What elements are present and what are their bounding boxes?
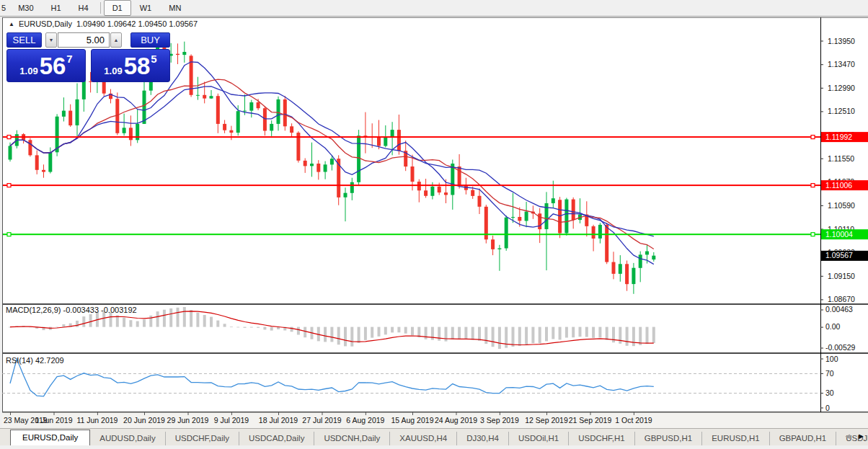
timeframe-w1-button[interactable]: W1	[131, 0, 161, 16]
candle	[511, 217, 515, 218]
price-tick-label: 1.11550	[828, 154, 854, 163]
sell-price-prefix: 1.09	[19, 66, 37, 76]
tab-xauusd-h4[interactable]: XAUUSD,H4	[390, 432, 457, 445]
tab-gbpaud-h1[interactable]: GBPAUD,H1	[770, 432, 837, 445]
candle	[42, 170, 45, 172]
candle	[223, 124, 226, 130]
candle	[290, 126, 293, 133]
price-line-label: 1.10004	[821, 229, 868, 239]
timeframe-m5-button[interactable]: 5	[0, 0, 9, 16]
tab-scroll-left-icon[interactable]: ◄	[843, 432, 851, 440]
candle	[330, 159, 334, 164]
chart-symbol-label: EURUSD,Daily	[19, 19, 72, 28]
candle	[397, 130, 401, 151]
rsi-value: 42.7209	[35, 356, 64, 365]
candle	[491, 239, 495, 249]
candle	[632, 268, 635, 284]
candle	[283, 99, 287, 126]
candle	[525, 212, 528, 221]
volume-input[interactable]	[58, 32, 110, 48]
buy-price-big: 58	[124, 54, 151, 78]
rsi-pane-label: RSI(14) 42.7209	[6, 356, 64, 365]
candle	[210, 96, 213, 98]
line-handle[interactable]	[811, 135, 815, 139]
date-tick-label: 21 Sep 2019	[569, 416, 612, 424]
tab-gbpusd-h1[interactable]: GBPUSD,H1	[635, 432, 702, 445]
candle	[68, 111, 72, 125]
one-click-trade-panel: SELL ▼ ▲ BUY 1.09 56 7 1.09 58 5	[6, 32, 170, 82]
candle	[216, 96, 220, 124]
line-handle[interactable]	[811, 184, 815, 187]
candle	[196, 95, 200, 96]
tab-usdoil-h1[interactable]: USDOil,H1	[509, 432, 569, 445]
macd-axis-label: 0.00	[825, 322, 841, 331]
candle	[277, 99, 280, 124]
candle	[203, 95, 206, 99]
timeframe-mn-button[interactable]: MN	[160, 0, 190, 16]
candle	[384, 137, 387, 146]
tab-scroll-right-icon[interactable]: ►	[857, 432, 865, 440]
toolbar-separator	[100, 2, 101, 14]
sell-price-box[interactable]: 1.09 56 7	[6, 49, 86, 82]
candle	[417, 182, 421, 190]
volume-increase-button[interactable]: ▲	[110, 32, 122, 48]
date-tick-label: 1 Jun 2019	[35, 416, 73, 424]
price-tick-label: 1.13950	[828, 37, 855, 45]
candle	[76, 99, 79, 125]
timeframe-m30-button[interactable]: M30	[9, 0, 42, 16]
candle	[639, 254, 642, 267]
timeframe-toolbar: 5 M30 H1 H4 D1 W1 MN	[0, 0, 868, 17]
horizontal-line[interactable]	[2, 185, 820, 186]
candle	[478, 196, 482, 207]
candle	[143, 91, 146, 124]
macd-title: MACD(12,26,9)	[6, 306, 61, 314]
current-price-label: 1.09567	[821, 251, 868, 261]
volume-decrease-button[interactable]: ▼	[45, 32, 57, 48]
tab-eurusd-daily[interactable]: EURUSD,Daily	[10, 430, 90, 445]
line-handle[interactable]	[7, 135, 11, 139]
candle	[497, 249, 501, 249]
sell-price-pip: 7	[66, 53, 72, 65]
date-tick-label: 12 Sep 2019	[525, 416, 568, 424]
tab-audusd-daily[interactable]: AUDUSD,Daily	[90, 432, 165, 445]
date-tick-label: 3 Sep 2019	[480, 416, 519, 424]
tab-eurusd-h1[interactable]: EURUSD,H1	[702, 432, 769, 445]
candle	[411, 166, 415, 182]
line-handle[interactable]	[7, 184, 11, 187]
candle	[123, 128, 126, 133]
date-tick-label: 6 Aug 2019	[346, 416, 384, 424]
timeframe-d1-button[interactable]: D1	[104, 0, 131, 16]
buy-button[interactable]: BUY	[130, 32, 170, 48]
candle	[572, 200, 575, 221]
line-handle[interactable]	[7, 233, 11, 236]
candle	[592, 226, 595, 239]
candle	[552, 198, 555, 203]
candle	[236, 111, 240, 133]
horizontal-line[interactable]	[2, 234, 820, 235]
chart-title-bar: ▲ EURUSD,Daily 1.09490 1.09642 1.09450 1…	[9, 19, 198, 28]
sell-price-big: 56	[40, 54, 66, 78]
candle	[605, 225, 608, 262]
timeframe-h1-button[interactable]: H1	[43, 0, 70, 16]
date-tick-label: 18 Jul 2019	[259, 416, 298, 424]
macd-axis-label: -0.00529	[825, 343, 856, 352]
chart-ohlc-values: 1.09490 1.09642 1.09450 1.09567	[76, 19, 198, 28]
horizontal-line[interactable]	[2, 136, 820, 138]
collapse-triangle-icon[interactable]: ▲	[9, 21, 14, 27]
chart-tab-bar: EURUSD,Daily AUDUSD,Daily USDCHF,Daily U…	[0, 428, 868, 445]
line-handle[interactable]	[811, 233, 815, 236]
timeframe-h4-button[interactable]: H4	[70, 0, 97, 16]
candle	[612, 262, 616, 274]
rsi-title: RSI(14)	[6, 356, 33, 365]
tab-usdcad-daily[interactable]: USDCAD,Daily	[239, 432, 314, 445]
tab-usdcnh-daily[interactable]: USDCNH,Daily	[314, 432, 390, 445]
candle	[377, 137, 381, 146]
date-tick-label: 15 Aug 2019	[391, 416, 434, 424]
buy-price-box[interactable]: 1.09 58 5	[91, 49, 170, 82]
sell-button[interactable]: SELL	[6, 32, 42, 48]
tab-usdchf-h1[interactable]: USDCHF,H1	[569, 432, 635, 445]
candle	[471, 190, 474, 196]
tab-dj30-h4[interactable]: DJ30,H4	[457, 432, 509, 445]
candle	[48, 152, 52, 172]
tab-usdchf-daily[interactable]: USDCHF,Daily	[166, 432, 239, 445]
